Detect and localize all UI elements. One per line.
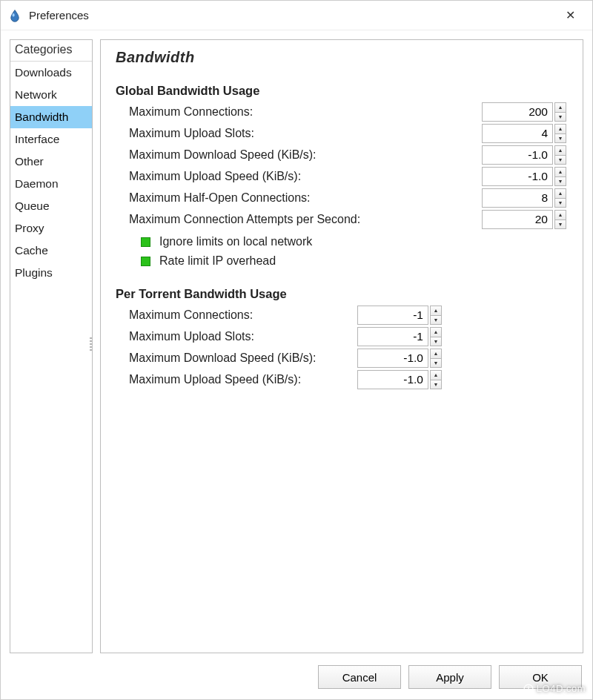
spin-down-icon[interactable]: ▼ (430, 358, 442, 369)
sidebar-item-bandwidth[interactable]: Bandwidth (10, 106, 92, 128)
spin-pt-max-download-speed: ▲▼ (357, 349, 442, 368)
spin-max-upload-slots: ▲▼ (482, 124, 566, 143)
window-title: Preferences (29, 9, 555, 22)
cancel-button[interactable]: Cancel (318, 665, 401, 689)
global-heading: Global Bandwidth Usage (116, 84, 568, 98)
close-button[interactable]: ✕ (555, 8, 585, 22)
spin-pt-max-upload-speed: ▲▼ (357, 370, 442, 389)
spin-down-icon[interactable]: ▼ (554, 155, 566, 165)
sidebar-item-proxy[interactable]: Proxy (10, 217, 92, 240)
row-pt-max-upload-speed: Maximum Upload Speed (KiB/s): ▲▼ (116, 370, 442, 389)
check-ignore-local[interactable]: Ignore limits on local network (116, 235, 568, 248)
sidebar-item-other[interactable]: Other (10, 151, 92, 173)
sidebar-header: Categories (10, 40, 92, 62)
sidebar-item-interface[interactable]: Interface (10, 128, 92, 151)
page-title: Bandwidth (116, 49, 568, 66)
apply-button[interactable]: Apply (408, 665, 491, 689)
spin-up-icon[interactable]: ▲ (554, 124, 566, 133)
spin-up-icon[interactable]: ▲ (430, 327, 442, 337)
row-pt-max-upload-slots: Maximum Upload Slots: ▲▼ (116, 327, 442, 346)
row-pt-max-download-speed: Maximum Download Speed (KiB/s): ▲▼ (116, 349, 442, 368)
spin-down-icon[interactable]: ▼ (554, 176, 566, 187)
input-max-connections[interactable] (482, 102, 553, 122)
label-pt-max-upload-speed: Maximum Upload Speed (KiB/s): (116, 373, 301, 386)
spin-pt-max-upload-slots: ▲▼ (357, 327, 442, 346)
label-pt-max-connections: Maximum Connections: (116, 308, 253, 322)
main-panel: Bandwidth Global Bandwidth Usage Maximum… (100, 39, 583, 653)
spin-down-icon[interactable]: ▼ (554, 219, 566, 230)
input-max-half-open[interactable] (482, 188, 553, 208)
label-pt-max-download-speed: Maximum Download Speed (KiB/s): (116, 351, 317, 365)
spin-max-connections: ▲ ▼ (482, 102, 566, 122)
spin-max-download-speed: ▲▼ (482, 145, 566, 165)
spin-up-icon[interactable]: ▲ (430, 370, 442, 380)
titlebar: Preferences ✕ (1, 1, 592, 30)
spin-pt-max-connections: ▲▼ (357, 306, 442, 325)
input-max-conn-attempts[interactable] (482, 210, 553, 229)
sidebar-resize-grip[interactable] (90, 336, 93, 357)
input-pt-max-download-speed[interactable] (357, 349, 428, 368)
svg-point-0 (13, 13, 15, 17)
spin-down-icon[interactable]: ▼ (554, 133, 566, 144)
spin-max-upload-speed: ▲▼ (482, 167, 566, 186)
label-max-upload-speed: Maximum Upload Speed (KiB/s): (116, 170, 301, 183)
spin-up-icon[interactable]: ▲ (554, 210, 566, 219)
row-pt-max-connections: Maximum Connections: ▲▼ (116, 306, 442, 325)
spin-up-icon[interactable]: ▲ (554, 145, 566, 155)
check-rate-ip[interactable]: Rate limit IP overhead (116, 254, 568, 268)
categories-sidebar: Categories Downloads Network Bandwidth I… (10, 39, 93, 653)
spin-down-icon[interactable]: ▼ (430, 337, 442, 347)
check-rate-ip-label: Rate limit IP overhead (159, 254, 276, 268)
sidebar-item-network[interactable]: Network (10, 84, 92, 106)
spin-down-icon[interactable]: ▼ (430, 380, 442, 390)
row-max-download-speed: Maximum Download Speed (KiB/s): ▲▼ (116, 145, 568, 165)
label-pt-max-upload-slots: Maximum Upload Slots: (116, 330, 254, 343)
label-max-upload-slots: Maximum Upload Slots: (116, 127, 254, 140)
row-max-connections: Maximum Connections: ▲ ▼ (116, 102, 568, 122)
checkbox-icon[interactable] (141, 257, 150, 266)
label-max-half-open: Maximum Half-Open Connections: (116, 191, 311, 205)
spin-up-icon[interactable]: ▲ (554, 102, 566, 112)
sidebar-item-plugins[interactable]: Plugins (10, 262, 92, 284)
sidebar-item-cache[interactable]: Cache (10, 240, 92, 262)
row-max-upload-speed: Maximum Upload Speed (KiB/s): ▲▼ (116, 167, 568, 186)
spin-up-icon[interactable]: ▲ (554, 188, 566, 198)
spin-up-icon[interactable]: ▲ (430, 306, 442, 315)
dialog-button-bar: Cancel Apply OK (1, 662, 592, 699)
checkbox-icon[interactable] (141, 237, 150, 247)
label-max-conn-attempts: Maximum Connection Attempts per Second: (116, 213, 360, 226)
per-torrent-group: Per Torrent Bandwidth Usage Maximum Conn… (116, 287, 442, 389)
input-max-download-speed[interactable] (482, 145, 553, 165)
sidebar-item-queue[interactable]: Queue (10, 195, 92, 217)
per-torrent-heading: Per Torrent Bandwidth Usage (116, 287, 442, 301)
dialog-body: Categories Downloads Network Bandwidth I… (1, 30, 592, 662)
row-max-half-open: Maximum Half-Open Connections: ▲▼ (116, 188, 568, 208)
input-pt-max-upload-slots[interactable] (357, 327, 428, 346)
app-icon (8, 9, 21, 22)
preferences-window: Preferences ✕ Categories Downloads Netwo… (0, 0, 593, 700)
spin-max-half-open: ▲▼ (482, 188, 566, 208)
label-max-connections: Maximum Connections: (116, 105, 253, 119)
check-ignore-local-label: Ignore limits on local network (159, 235, 312, 248)
label-max-download-speed: Maximum Download Speed (KiB/s): (116, 148, 317, 162)
spin-down-icon[interactable]: ▼ (554, 112, 566, 122)
ok-button[interactable]: OK (499, 665, 582, 689)
spin-max-conn-attempts: ▲▼ (482, 210, 566, 229)
spin-down-icon[interactable]: ▼ (430, 315, 442, 326)
sidebar-item-daemon[interactable]: Daemon (10, 173, 92, 195)
sidebar-item-downloads[interactable]: Downloads (10, 62, 92, 84)
row-max-upload-slots: Maximum Upload Slots: ▲▼ (116, 124, 568, 143)
input-max-upload-speed[interactable] (482, 167, 553, 186)
input-pt-max-upload-speed[interactable] (357, 370, 428, 389)
row-max-conn-attempts: Maximum Connection Attempts per Second: … (116, 210, 568, 229)
input-max-upload-slots[interactable] (482, 124, 553, 143)
spin-up-icon[interactable]: ▲ (430, 349, 442, 358)
global-bandwidth-group: Global Bandwidth Usage Maximum Connectio… (116, 84, 568, 268)
spin-up-icon[interactable]: ▲ (554, 167, 566, 176)
spin-down-icon[interactable]: ▼ (554, 198, 566, 208)
input-pt-max-connections[interactable] (357, 306, 428, 325)
